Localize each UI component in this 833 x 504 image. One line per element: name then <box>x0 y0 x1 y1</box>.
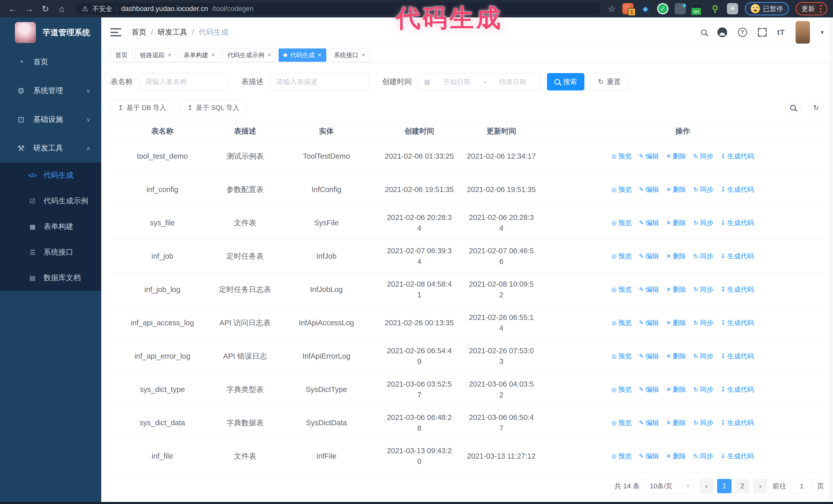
action-trash[interactable]: ✕删除 <box>666 384 686 395</box>
action-edit[interactable]: ✎编辑 <box>639 417 659 428</box>
page-size-select[interactable]: 10条/页 ▾ <box>645 478 694 494</box>
sidebar-item-form-builder[interactable]: ▦表单构建 <box>0 214 101 239</box>
home-icon[interactable]: ⌂ <box>55 2 69 16</box>
action-download[interactable]: ↧生成代码 <box>720 384 754 395</box>
action-edit[interactable]: ✎编辑 <box>639 284 659 295</box>
action-trash[interactable]: ✕删除 <box>666 217 686 228</box>
action-eye[interactable]: ◎预览 <box>611 417 632 428</box>
ext-orange-icon[interactable]: 1 <box>622 3 634 14</box>
ext-green-check-icon[interactable] <box>657 3 668 14</box>
action-trash[interactable]: ✕删除 <box>666 184 686 195</box>
ext-gem-icon[interactable] <box>640 3 651 14</box>
reload-icon[interactable]: ↻ <box>39 2 52 16</box>
action-edit[interactable]: ✎编辑 <box>639 184 659 195</box>
action-download[interactable]: ↧生成代码 <box>720 317 754 328</box>
bookmark-star-icon[interactable]: ☆ <box>608 4 616 14</box>
page-scrollbar[interactable] <box>829 18 833 502</box>
action-trash[interactable]: ✕删除 <box>666 451 686 461</box>
action-download[interactable]: ↧生成代码 <box>720 217 754 228</box>
sidebar-item-codegen[interactable]: </>代码生成 <box>0 163 101 188</box>
import-sql-button[interactable]: ↥ 基于 SQL 导入 <box>180 100 246 116</box>
action-edit[interactable]: ✎编辑 <box>639 351 659 361</box>
action-sync[interactable]: ↻同步 <box>693 384 713 395</box>
action-download[interactable]: ↧生成代码 <box>720 417 754 428</box>
action-trash[interactable]: ✕删除 <box>666 284 686 295</box>
font-size-icon[interactable]: tT <box>777 28 785 37</box>
tab-api[interactable]: 系统接口× <box>329 48 370 62</box>
action-sync[interactable]: ↻同步 <box>693 217 713 228</box>
breadcrumb-item[interactable]: 研发工具 <box>158 27 187 38</box>
action-eye[interactable]: ◎预览 <box>611 151 632 162</box>
next-page-button[interactable]: › <box>753 479 767 493</box>
toggle-search-button[interactable] <box>785 100 801 116</box>
table-name-input[interactable] <box>145 78 221 86</box>
search-button[interactable]: 搜索 <box>547 73 585 91</box>
action-eye[interactable]: ◎预览 <box>611 284 632 295</box>
close-icon[interactable]: × <box>267 52 271 58</box>
ext-gray-icon[interactable] <box>674 3 686 14</box>
back-icon[interactable]: ← <box>6 2 20 16</box>
action-eye[interactable]: ◎预览 <box>611 451 632 461</box>
action-eye[interactable]: ◎预览 <box>611 251 632 262</box>
sidebar-item-dev-tools[interactable]: ⚒研发工具∧ <box>0 134 101 163</box>
action-trash[interactable]: ✕删除 <box>666 251 686 262</box>
close-icon[interactable]: × <box>168 52 171 58</box>
reset-button[interactable]: ↻ 重置 <box>591 73 628 91</box>
sidebar-item-infra[interactable]: ⊡基础设施∨ <box>0 105 101 134</box>
action-download[interactable]: ↧生成代码 <box>720 151 754 162</box>
ext-dark-on-icon[interactable]: on <box>692 3 703 14</box>
action-eye[interactable]: ◎预览 <box>611 351 632 361</box>
breadcrumb-item[interactable]: 首页 <box>132 27 146 38</box>
update-browser-button[interactable]: 更新 <box>795 2 827 16</box>
action-sync[interactable]: ↻同步 <box>693 317 713 328</box>
action-edit[interactable]: ✎编辑 <box>639 451 659 461</box>
prev-page-button[interactable]: ‹ <box>699 479 714 493</box>
action-sync[interactable]: ↻同步 <box>693 184 713 195</box>
ext-green-key-icon[interactable] <box>710 3 721 14</box>
close-icon[interactable]: × <box>318 52 322 58</box>
action-sync[interactable]: ↻同步 <box>693 284 713 295</box>
search-icon[interactable] <box>701 29 707 35</box>
sidebar-item-system[interactable]: ⚙系统管理∨ <box>0 76 101 105</box>
action-eye[interactable]: ◎预览 <box>611 217 632 228</box>
chevron-down-icon[interactable]: ▾ <box>821 29 824 36</box>
action-download[interactable]: ↧生成代码 <box>720 351 754 361</box>
action-edit[interactable]: ✎编辑 <box>639 384 659 395</box>
action-sync[interactable]: ↻同步 <box>693 451 713 461</box>
close-icon[interactable]: × <box>361 52 365 58</box>
sidebar-item-api[interactable]: ☰系统接口 <box>0 239 101 265</box>
tab-codegen-example[interactable]: 代码生成示例× <box>222 48 276 62</box>
import-db-button[interactable]: ↥ 基于 DB 导入 <box>111 100 173 116</box>
sidebar-item-home[interactable]: ◔首页 <box>0 48 101 76</box>
date-range-picker[interactable]: ▦ 开始日期 - 结束日期 <box>418 73 540 91</box>
page-button-1[interactable]: 1 <box>717 479 732 493</box>
action-edit[interactable]: ✎编辑 <box>639 217 659 228</box>
help-icon[interactable]: ? <box>738 28 747 37</box>
action-trash[interactable]: ✕删除 <box>666 351 686 361</box>
action-sync[interactable]: ↻同步 <box>693 151 713 162</box>
table-desc-input[interactable] <box>276 78 362 86</box>
page-button-2[interactable]: 2 <box>735 479 749 493</box>
action-download[interactable]: ↧生成代码 <box>720 184 754 195</box>
action-download[interactable]: ↧生成代码 <box>720 284 754 295</box>
action-edit[interactable]: ✎编辑 <box>639 317 659 328</box>
collapse-sidebar-icon[interactable] <box>111 28 121 37</box>
action-eye[interactable]: ◎预览 <box>611 317 632 328</box>
action-eye[interactable]: ◎预览 <box>611 384 632 395</box>
sidebar-item-codegen-example[interactable]: ☑代码生成示例 <box>0 188 101 214</box>
address-bar[interactable]: ⚠ 不安全 dashboard.yudao.iocoder.cn/tool/co… <box>75 3 601 15</box>
action-download[interactable]: ↧生成代码 <box>720 251 754 262</box>
user-avatar[interactable] <box>795 21 810 44</box>
close-icon[interactable]: × <box>211 52 215 58</box>
tab-home[interactable]: 首页 <box>111 48 133 62</box>
sidebar-item-db-doc[interactable]: ▤数据库文档 <box>0 265 101 291</box>
refresh-table-button[interactable]: ↻ <box>808 100 824 116</box>
ext-puzzle-icon[interactable] <box>727 3 738 14</box>
action-sync[interactable]: ↻同步 <box>693 351 713 361</box>
fullscreen-icon[interactable] <box>758 28 767 37</box>
action-trash[interactable]: ✕删除 <box>666 317 686 328</box>
paused-extension-pill[interactable]: 已暂停 <box>745 2 789 16</box>
tab-form-builder[interactable]: 表单构建× <box>179 48 220 62</box>
action-trash[interactable]: ✕删除 <box>666 151 686 162</box>
action-download[interactable]: ↧生成代码 <box>720 451 754 461</box>
